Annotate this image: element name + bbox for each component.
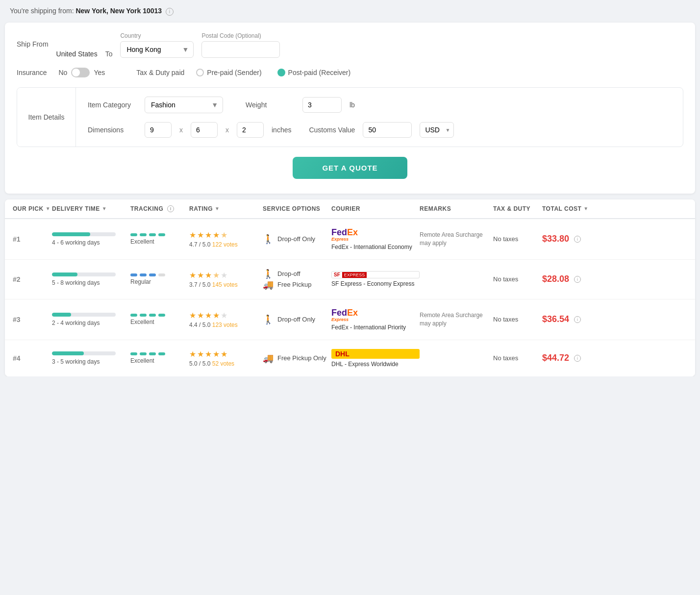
star-full: ★ <box>189 311 196 320</box>
tax-duty-section: Tax & Duty paid Pre-paid (Sender) Post-p… <box>136 69 350 76</box>
col-total-cost[interactable]: TOTAL COST ▼ <box>542 205 606 212</box>
country-select-wrap: Hong Kong China Japan ▼ <box>120 41 194 58</box>
tax-postpaid-radio[interactable] <box>277 69 285 76</box>
dim-x2-sep: x <box>225 126 229 134</box>
delivery-bar <box>52 313 116 317</box>
postal-code-input[interactable] <box>201 41 280 58</box>
dim-l-input[interactable] <box>145 122 172 138</box>
results-card: OUR PICK ▼ DELIVERY TIME ▼ TRACKING i RA… <box>5 199 695 376</box>
weight-unit-label: lb <box>350 101 355 109</box>
service-option-label: Free Pickup <box>277 281 311 288</box>
price-info-icon[interactable]: i <box>574 316 581 323</box>
price-value: $36.54 <box>542 314 569 324</box>
delivery-bar <box>52 351 116 355</box>
to-label: To <box>105 50 113 58</box>
tracking-dot <box>158 273 165 276</box>
tracking-dot <box>149 352 156 355</box>
customs-value-input[interactable] <box>363 122 412 138</box>
our-pick-sort-icon: ▼ <box>46 206 50 211</box>
tax-prepaid-option[interactable]: Pre-paid (Sender) <box>196 69 261 76</box>
tracking-dot <box>149 273 156 276</box>
price-value: $33.80 <box>542 234 569 244</box>
col-our-pick[interactable]: OUR PICK ▼ <box>13 205 52 212</box>
col-tracking[interactable]: TRACKING i <box>130 205 189 212</box>
dimensions-label: Dimensions <box>88 126 137 134</box>
item-details-section: Item Details Item Category Fashion Elect… <box>17 87 683 147</box>
country-select[interactable]: Hong Kong China Japan <box>120 41 194 58</box>
col-delivery-time[interactable]: DELIVERY TIME ▼ <box>52 205 130 212</box>
country-field-group: Country Hong Kong China Japan ▼ <box>120 32 194 58</box>
location-info-icon[interactable]: i <box>166 8 174 16</box>
dim-h-input[interactable] <box>237 122 264 138</box>
currency-select[interactable]: USD EUR HKD <box>420 122 454 138</box>
sf-express-logo: SF EXPRESS <box>331 271 420 278</box>
star-empty: ★ <box>221 271 227 280</box>
tax-duty-cell: No taxes <box>493 275 542 283</box>
price-info-icon[interactable]: i <box>574 236 581 243</box>
price-cell: $36.54 i <box>542 314 606 324</box>
postal-code-field-group: Postal Code (Optional) <box>201 32 280 58</box>
rank-label: #1 <box>13 235 52 243</box>
star-full: ★ <box>205 311 212 320</box>
top-bar: You're shipping from: New York, New York… <box>0 0 700 23</box>
insurance-label: Insurance <box>17 69 47 76</box>
remarks-cell: Remote Area Surcharge may apply <box>420 231 493 248</box>
service-option-label: Drop-off Only <box>277 316 315 323</box>
tax-prepaid-label: Pre-paid (Sender) <box>207 69 261 76</box>
service-option-label: Free Pickup Only <box>277 354 326 362</box>
courier-cell: DHL DHL - Express Worldwide <box>331 349 420 368</box>
tax-duty-cell: No taxes <box>493 235 542 243</box>
rating-cell: ★★★★★ 4.7 / 5.0 122 votes <box>189 230 263 248</box>
insurance-no-label: No <box>58 69 67 76</box>
tracking-info-icon[interactable]: i <box>167 205 174 212</box>
tracking-dots <box>130 233 189 236</box>
country-col-label: Country <box>120 32 194 39</box>
ship-from-label: Ship From <box>17 40 49 48</box>
service-option: 🚶 Drop-off Only <box>263 314 331 325</box>
delivery-time-text: 4 - 6 working days <box>52 239 130 246</box>
star-full: ★ <box>213 349 220 359</box>
tracking-dot <box>140 273 147 276</box>
col-rating[interactable]: RATING ▼ <box>189 205 263 212</box>
delivery-bar <box>52 232 116 236</box>
price-value: $44.72 <box>542 353 569 363</box>
category-weight-row: Item Category Fashion Electronics Docume… <box>88 97 671 113</box>
tracking-dots <box>130 273 189 276</box>
tracking-dot <box>149 233 156 236</box>
tracking-cell: Regular <box>130 273 189 285</box>
star-rating: ★★★★★ <box>189 311 263 320</box>
delivery-time-cell: 4 - 6 working days <box>52 232 130 246</box>
tax-postpaid-option[interactable]: Post-paid (Receiver) <box>277 69 351 76</box>
courier-cell: FedEx Express FedEx - International Prio… <box>331 308 420 331</box>
tracking-label: Regular <box>130 278 189 285</box>
star-full: ★ <box>213 230 220 240</box>
delivery-time-text: 3 - 5 working days <box>52 358 130 365</box>
dim-w-input[interactable] <box>191 122 218 138</box>
results-table-body: #1 4 - 6 working days Excellent ★★★★★ 4.… <box>5 219 695 376</box>
tracking-dot <box>130 273 137 276</box>
get-quote-button[interactable]: GET A QUOTE <box>293 157 407 179</box>
service-option: 🚶 Drop-off <box>263 269 331 279</box>
rank-label: #3 <box>13 316 52 323</box>
insurance-yes-label: Yes <box>94 69 105 76</box>
insurance-toggle[interactable] <box>71 68 90 77</box>
tracking-cell: Excellent <box>130 233 189 245</box>
total-cost-sort-icon: ▼ <box>583 206 588 211</box>
results-table-header: OUR PICK ▼ DELIVERY TIME ▼ TRACKING i RA… <box>5 199 695 219</box>
star-rating: ★★★★★ <box>189 349 263 359</box>
remarks-cell: Remote Area Surcharge may apply <box>420 311 493 328</box>
price-cell: $28.08 i <box>542 274 606 284</box>
price-info-icon[interactable]: i <box>574 355 581 362</box>
item-category-select[interactable]: Fashion Electronics Documents <box>145 97 223 113</box>
item-category-label: Item Category <box>88 101 137 109</box>
delivery-time-cell: 2 - 4 working days <box>52 313 130 326</box>
tax-prepaid-radio[interactable] <box>196 69 204 76</box>
delivery-bar-fill <box>52 351 84 355</box>
col-courier: COURIER <box>331 205 420 212</box>
insurance-tax-row: Insurance No Yes Tax & Duty paid Pre-pai… <box>17 68 683 77</box>
tracking-dots <box>130 314 189 317</box>
price-info-icon[interactable]: i <box>574 276 581 283</box>
service-icon: 🚶 <box>263 269 274 279</box>
star-full: ★ <box>189 271 196 280</box>
weight-input[interactable] <box>302 97 342 113</box>
